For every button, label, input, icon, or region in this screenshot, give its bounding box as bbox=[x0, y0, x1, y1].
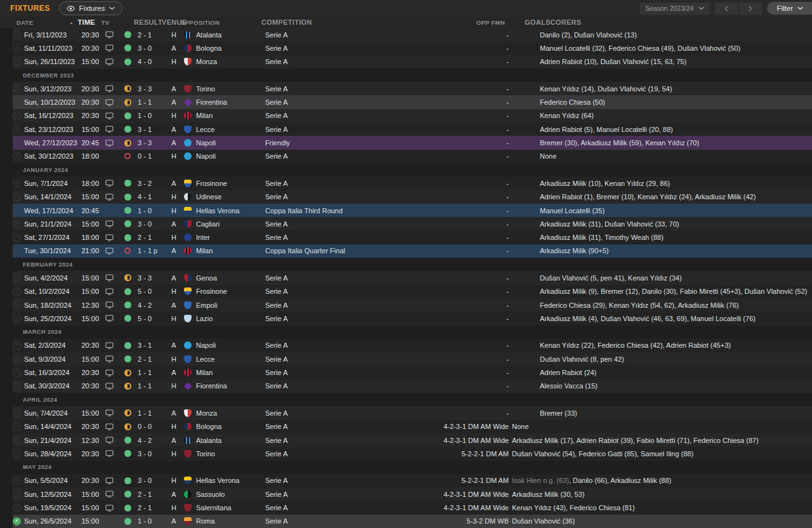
tv-cell bbox=[99, 409, 119, 416]
column-header-date[interactable]: DATE ▲ bbox=[16, 19, 77, 26]
tv-cell bbox=[99, 383, 119, 390]
fixture-row[interactable]: Sat, 11/11/202320:303 - 0ABolognaSerie A… bbox=[13, 41, 812, 55]
tv-icon bbox=[105, 315, 114, 322]
column-header-opposition[interactable]: OPPOSITION bbox=[178, 19, 259, 26]
win-indicator-icon bbox=[124, 194, 131, 201]
team-badge bbox=[184, 517, 192, 525]
fixture-row[interactable]: Wed, 27/12/202320:453 - 3ANapoliFriendly… bbox=[13, 136, 812, 149]
fixture-date: Sun, 10/12/2023 bbox=[24, 98, 81, 106]
outcome-cell bbox=[119, 58, 136, 65]
goalscorer-text: Dušan Vlahović (54), Federico Gatti (85)… bbox=[512, 450, 693, 458]
goalscorer-text: Kenan Yıldız (43), Federico Chiesa (81) bbox=[512, 504, 635, 512]
season-selector[interactable]: Season 2023/24 bbox=[639, 3, 710, 15]
fixture-row[interactable]: Sun, 21/4/202412:304 - 2AAtalantaSerie A… bbox=[13, 433, 812, 447]
fixture-date: Sun, 5/5/2024 bbox=[24, 477, 81, 484]
team-badge bbox=[184, 58, 192, 65]
previous-season-button[interactable] bbox=[715, 3, 738, 15]
fixture-time: 15:00 bbox=[81, 504, 99, 512]
column-header-goalscorers[interactable]: GOALSCORERS bbox=[523, 18, 812, 26]
team-badge-wrap bbox=[184, 450, 196, 458]
goalscorer-text: None bbox=[540, 152, 556, 160]
fixture-row[interactable]: Sun, 19/5/202415:002 - 1HSalernitanaSeri… bbox=[13, 501, 812, 514]
played-check-icon bbox=[13, 341, 21, 350]
played-check-cell bbox=[13, 436, 24, 444]
opp-formation: 4-2-3-1 DM AM Wide bbox=[428, 437, 510, 444]
goalscorers-cell: Kenan Yıldız (64) bbox=[538, 112, 812, 119]
fixture-row[interactable]: Sun, 3/12/202320:303 - 3ATorinoSerie A-K… bbox=[13, 82, 812, 95]
fixture-row[interactable]: Sun, 26/11/202315:004 - 0HMonzaSerie A-A… bbox=[13, 55, 812, 69]
fixture-row[interactable]: Sun, 28/4/202420:303 - 0HTorinoSerie A5-… bbox=[13, 447, 812, 460]
column-header-opp-fmn[interactable]: OPP FMN bbox=[424, 19, 523, 26]
opposition-cell: Napoli bbox=[182, 139, 263, 147]
goalscorer-text: Federico Chiesa (50) bbox=[540, 98, 605, 106]
opp-formation: - bbox=[428, 234, 538, 241]
fixture-date: Sun, 19/5/2024 bbox=[24, 504, 81, 512]
fixture-date: Sat, 16/12/2023 bbox=[24, 112, 81, 119]
fixture-date: Sun, 21/4/2024 bbox=[24, 437, 81, 444]
next-season-button[interactable] bbox=[739, 3, 762, 15]
opposition-cell: Atalanta bbox=[182, 31, 263, 39]
fixture-result: 4 - 0 bbox=[136, 58, 166, 65]
opposition-name: Frosinone bbox=[196, 180, 227, 187]
month-header-row: FEBRUARY 2024 bbox=[13, 258, 812, 271]
fixture-row[interactable]: Sat, 9/3/202415:002 - 1HLecceSerie A-Duš… bbox=[13, 352, 812, 366]
fixture-row[interactable]: Wed, 17/1/202420:451 - 0HHellas VeronaCo… bbox=[13, 204, 812, 217]
fixture-result: 1 - 1 p bbox=[136, 247, 166, 254]
fixture-row[interactable]: Sun, 7/1/202418:003 - 2AFrosinoneSerie A… bbox=[13, 176, 812, 190]
fixture-row[interactable]: Sun, 14/4/202420:300 - 0HBolognaSerie A4… bbox=[13, 420, 812, 433]
fixture-row[interactable]: Sun, 21/1/202415:003 - 0ACagliariSerie A… bbox=[13, 217, 812, 230]
team-badge-wrap bbox=[184, 382, 196, 390]
tv-cell bbox=[99, 234, 119, 241]
fixture-result: 4 - 1 bbox=[136, 193, 166, 201]
fixture-row[interactable]: Sat, 30/3/202420:301 - 1HFiorentinaSerie… bbox=[13, 380, 812, 393]
goalscorers-cell: Arkadiusz Milik (10), Kenan Yıldız (29, … bbox=[538, 180, 812, 187]
column-header-time[interactable]: TIME bbox=[77, 18, 95, 26]
team-badge-wrap bbox=[184, 31, 196, 39]
fixture-row[interactable]: Sun, 12/5/202415:002 - 1ASassuoloSerie A… bbox=[13, 487, 812, 501]
fixture-row[interactable]: Sat, 30/12/202318:000 - 1HNapoliSerie A-… bbox=[13, 150, 812, 163]
goalscorer-text: Bremer (30), Arkadiusz Milik (59), Kenan… bbox=[540, 139, 699, 147]
fixture-date: Sat, 30/12/2023 bbox=[24, 152, 81, 160]
fixture-row[interactable]: Sat, 23/12/202315:003 - 1ALecceSerie A-A… bbox=[13, 122, 812, 136]
outcome-cell bbox=[119, 220, 136, 227]
fixture-date: Sun, 28/4/2024 bbox=[24, 450, 81, 458]
goalscorer-text: Kenan Yıldız (22), Federico Chiesa (42),… bbox=[540, 341, 731, 349]
goalscorers-cell: Dušan Vlahović (54), Federico Gatti (85)… bbox=[510, 450, 812, 458]
fixture-row[interactable]: Sun, 14/1/202415:004 - 1HUdineseSerie A-… bbox=[13, 190, 812, 204]
column-header-tv[interactable]: TV bbox=[95, 19, 115, 26]
fixture-row[interactable]: Sun, 25/2/202415:005 - 0HLazioSerie A-Ar… bbox=[13, 312, 812, 325]
tv-icon bbox=[105, 58, 114, 65]
column-header-competition[interactable]: COMPETITION bbox=[259, 18, 424, 26]
fixture-row[interactable]: Sat, 2/3/202420:303 - 1ANapoliSerie A-Ke… bbox=[13, 339, 812, 352]
fixture-row[interactable]: Sun, 10/12/202320:301 - 1AFiorentinaSeri… bbox=[13, 95, 812, 109]
fixture-venue: H bbox=[166, 423, 182, 430]
fixture-row[interactable]: Sun, 26/5/202415:001 - 0ARomaSerie A5-3-… bbox=[13, 515, 812, 528]
fixture-date: Sat, 11/11/2023 bbox=[24, 44, 81, 52]
opposition-name: Milan bbox=[196, 247, 213, 254]
column-header-result[interactable]: RESULT bbox=[132, 18, 162, 26]
played-check-cell bbox=[13, 490, 24, 498]
fixture-row[interactable]: Sat, 27/1/202418:002 - 1HInterSerie A-Ar… bbox=[13, 230, 812, 244]
opp-formation: - bbox=[428, 180, 538, 187]
filter-button-label: Filter bbox=[776, 4, 793, 12]
fixture-row[interactable]: Sun, 7/4/202415:001 - 1AMonzaSerie A-Bre… bbox=[13, 406, 812, 419]
tv-icon bbox=[105, 383, 114, 390]
opposition-name: Fiorentina bbox=[196, 382, 227, 390]
opposition-name: Lecce bbox=[196, 126, 214, 133]
played-check-cell bbox=[13, 477, 24, 485]
fixture-row[interactable]: Tue, 30/1/202421:001 - 1 pAMilanCoppa It… bbox=[13, 244, 812, 258]
view-selector-button[interactable]: Fixtures bbox=[59, 1, 123, 15]
fixture-row[interactable]: Sat, 16/12/202320:301 - 0HMilanSerie A-K… bbox=[13, 109, 812, 122]
goalscorer-text: Kenan Yıldız (14), Dušan Vlahović (19, 5… bbox=[540, 85, 672, 93]
filter-button[interactable]: Filter bbox=[767, 2, 812, 15]
fixture-row[interactable]: Fri, 3/11/202320:302 - 1HAtalantaSerie A… bbox=[13, 28, 812, 41]
win-indicator-icon bbox=[124, 450, 131, 457]
opp-formation: - bbox=[428, 315, 538, 322]
fixture-row[interactable]: Sun, 4/2/202415:003 - 3AGenoaSerie A-Duš… bbox=[13, 271, 812, 284]
column-header-venue[interactable]: VENUE bbox=[162, 18, 178, 26]
opposition-name: Monza bbox=[196, 58, 217, 65]
fixture-row[interactable]: Sat, 16/3/202420:301 - 1AMilanSerie A-Ad… bbox=[13, 366, 812, 379]
fixture-row[interactable]: Sun, 18/2/202412:304 - 2AEmpoliSerie A-F… bbox=[13, 298, 812, 312]
fixture-row[interactable]: Sun, 5/5/202420:303 - 0HHellas VeronaSer… bbox=[13, 474, 812, 487]
fixture-row[interactable]: Sat, 10/2/202415:005 - 0HFrosinoneSerie … bbox=[13, 285, 812, 298]
